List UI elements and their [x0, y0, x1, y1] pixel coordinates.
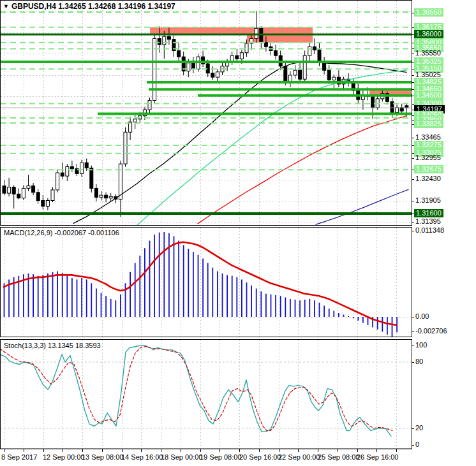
- candle: [8, 187, 11, 194]
- candle: [46, 201, 49, 207]
- candle: [260, 28, 263, 42]
- candle: [90, 168, 93, 189]
- candle: [100, 195, 103, 197]
- candle: [56, 173, 59, 190]
- candle: [32, 186, 35, 193]
- candle: [308, 47, 311, 55]
- candle: [27, 186, 30, 189]
- candle: [94, 188, 98, 197]
- candle: [245, 43, 248, 53]
- macd-scale-label: 0.011348: [414, 226, 445, 235]
- candle: [211, 73, 214, 77]
- candle: [240, 53, 243, 59]
- stochastic-panel[interactable]: [0, 346, 392, 436]
- stoch-scale-label: 20: [414, 424, 424, 432]
- candle: [167, 36, 170, 40]
- price-axis-label: 1.34500: [414, 91, 443, 99]
- macd-scale-label: 0.00: [414, 312, 430, 321]
- time-axis-label: 22 Sep 00:00: [278, 453, 320, 461]
- candle: [177, 51, 181, 57]
- candle: [288, 75, 292, 82]
- chart-title: ▼GBPUSD,H4 1.34265 1.34268 1.34196 1.341…: [3, 2, 175, 11]
- candle: [216, 72, 219, 77]
- price-axis-label: 1.36000: [414, 30, 443, 38]
- candle: [303, 55, 306, 79]
- macd-scale-label: -0.002706: [414, 327, 449, 335]
- candle: [163, 36, 166, 45]
- price-axis-label: 1.36550: [414, 8, 443, 17]
- symbol-dropdown-icon[interactable]: ▼: [3, 3, 9, 10]
- candle: [124, 132, 127, 164]
- price-axis-label: 1.31395: [414, 217, 442, 226]
- time-axis-label: 20 Sep 16:00: [239, 453, 281, 461]
- level-lines: [0, 12, 412, 214]
- price-axis-label: 1.35550: [414, 49, 442, 57]
- candle: [318, 50, 321, 62]
- candle: [332, 77, 336, 80]
- candle: [187, 63, 190, 71]
- candle: [105, 195, 108, 198]
- candle: [158, 38, 161, 45]
- stoch-scale-label: 0: [414, 441, 420, 449]
- candle: [235, 55, 239, 59]
- candle: [51, 190, 54, 201]
- candle: [3, 186, 6, 194]
- time-axis-label: 19 Sep 08:00: [200, 453, 241, 461]
- price-axis-label: 1.31600: [414, 209, 443, 217]
- time-axis-label: 25 Sep 08:00: [318, 453, 359, 461]
- chart-title-text: GBPUSD,H4 1.34265 1.34268 1.34196 1.3419…: [11, 2, 175, 11]
- candle: [264, 43, 267, 47]
- chart-window: ▼GBPUSD,H4 1.34265 1.34268 1.34196 1.341…: [0, 0, 476, 466]
- price-axis-label: 1.32675: [414, 165, 443, 173]
- candle: [396, 108, 399, 113]
- candle: [299, 70, 302, 79]
- stoch-scale-label: 80: [414, 358, 424, 366]
- stoch-scale-label: 100: [414, 341, 428, 349]
- candle: [41, 201, 45, 207]
- candle: [61, 173, 64, 176]
- candle: [70, 167, 73, 169]
- candle: [12, 187, 15, 194]
- price-axis-label: 1.32430: [414, 175, 442, 183]
- candle: [400, 108, 403, 111]
- candle: [371, 96, 375, 108]
- candle: [109, 196, 112, 198]
- candle: [85, 163, 88, 168]
- candle: [284, 66, 287, 82]
- price-axis-label: 1.32955: [414, 154, 442, 162]
- time-axis-label: 12 Sep 00:00: [43, 453, 84, 461]
- price-axis-label: 1.33825: [414, 120, 443, 128]
- price-axis-label: 1.31905: [414, 196, 442, 205]
- candle: [313, 47, 316, 50]
- candle: [191, 63, 195, 69]
- time-axis-label: 8 Sep 2017: [1, 453, 37, 461]
- time-axis-label: 13 Sep 08:00: [82, 453, 123, 461]
- macd-indicator-label: MACD(12,26,9) -0.002067 -0.001106: [4, 229, 119, 237]
- candle: [294, 70, 297, 75]
- candle: [274, 51, 278, 56]
- candle: [66, 167, 69, 177]
- candle: [133, 119, 137, 122]
- candle: [22, 188, 25, 198]
- time-axis-label: 26 Sep 16:00: [357, 453, 398, 461]
- time-axis-label: 18 Sep 00:00: [161, 453, 202, 461]
- candle: [36, 193, 40, 201]
- candle: [255, 28, 258, 38]
- time-axis-label: 14 Sep 16:00: [121, 453, 163, 461]
- candle: [80, 163, 84, 173]
- stoch-indicator-label: Stoch(13,3,3) 13.1345 18.3593: [4, 342, 101, 349]
- candle: [148, 101, 151, 110]
- candle: [17, 194, 20, 198]
- candle: [327, 70, 331, 80]
